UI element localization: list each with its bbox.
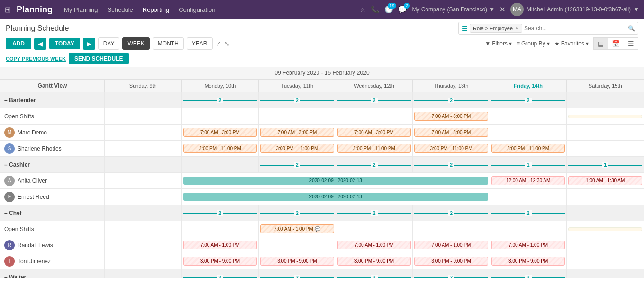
send-schedule-button[interactable]: SEND SCHEDULE — [69, 53, 129, 64]
col-fri: Friday, 14th — [490, 80, 567, 92]
nav-schedule[interactable]: Schedule — [108, 6, 133, 13]
bartender-sharlene-rhodes: S Sharlene Rhodes 3:00 PM - 11:00 PM 3:0… — [0, 141, 644, 157]
toni-avatar: T — [4, 256, 15, 267]
nav-reporting[interactable]: Reporting — [143, 6, 169, 13]
column-headers: Gantt View Sunday, 9th Monday, 10th Tues… — [0, 80, 644, 92]
group-bartender: – Bartender 2 2 2 2 2 — [0, 92, 644, 108]
star-icon[interactable]: ☆ — [360, 5, 366, 14]
month-button[interactable]: MONTH — [153, 37, 184, 50]
randall-avatar: R — [4, 240, 15, 250]
chef-toni-jimenez: T Toni Jimenez 3:00 PM - 9:00 PM 3:00 PM… — [0, 253, 644, 269]
copy-prev-week-button[interactable]: COPY PREVIOUS WEEK — [6, 56, 66, 62]
user-menu[interactable]: MA Mitchell Admin (1263319-13-0-0f3b67-a… — [510, 3, 639, 16]
sharlene-label: Sharlene Rhodes — [18, 145, 62, 152]
clock-icon[interactable]: 🕐 19 — [384, 5, 393, 14]
list-view-btn[interactable]: ☰ — [624, 38, 638, 49]
toolbar: ADD ◀ TODAY ▶ DAY WEEK MONTH YEAR ⤢ ⤡ ▼ … — [0, 35, 644, 53]
phone-icon[interactable]: 📞 — [371, 5, 380, 14]
col-sat: Saturday, 15th — [567, 80, 644, 92]
group-cashier: – Cashier 2 2 2 1 1 — [0, 157, 644, 173]
grid-icon[interactable]: ⊞ — [5, 5, 11, 14]
year-button[interactable]: YEAR — [187, 37, 213, 50]
add-button[interactable]: ADD — [6, 38, 31, 49]
anita-avatar: A — [4, 176, 15, 186]
cashier-anita-oliver: A Anita Oliver 2020-02-09 - 2020-02-13 1… — [0, 173, 644, 189]
user-chevron: ▼ — [634, 6, 639, 13]
top-right-icons: ☆ 📞 🕐 19 💬 2 My Company (San Francisco) … — [360, 3, 639, 16]
randall-label: Randall Lewis — [18, 242, 53, 249]
chat-icon[interactable]: 💬 2 — [398, 5, 407, 14]
clock-badge: 19 — [388, 3, 396, 9]
bartender-open-shifts: Open Shifts 7:00 AM - 3:00 PM — [0, 108, 644, 125]
prev-button[interactable]: ◀ — [34, 38, 46, 50]
search-bar: ☰ Role > Employee ✕ 🔍 — [458, 22, 638, 35]
view-switcher: ▦ 📅 ☰ — [593, 37, 638, 50]
gantt-view-btn[interactable]: ▦ — [594, 38, 608, 49]
chat-badge: 2 — [404, 3, 410, 9]
nav-configuration[interactable]: Configuration — [179, 6, 215, 13]
day-button[interactable]: DAY — [98, 37, 120, 50]
gantt-view-label: Gantt View — [0, 80, 105, 92]
star-fav-icon: ★ — [554, 40, 560, 47]
ernest-label: Ernest Reed — [18, 194, 49, 200]
user-avatar: MA — [510, 3, 524, 16]
group-chef: – Chef 2 2 2 2 2 — [0, 205, 644, 221]
gantt-table: Gantt View Sunday, 9th Monday, 10th Tues… — [0, 79, 644, 278]
bartender-marc-demo: M Marc Demo 7:00 AM - 3:00 PM 7:00 AM - … — [0, 125, 644, 141]
anita-label: Anita Oliver — [18, 178, 47, 184]
filter-tag-text: Role > Employee — [473, 26, 513, 31]
col-thu: Thursday, 13th — [413, 80, 490, 92]
chef-open-shifts: Open Shifts 7:00 AM - 1:00 PM 💬 — [0, 221, 644, 237]
cashier-ernest-reed: E Ernest Reed 2020-02-09 - 2020-02-13 — [0, 189, 644, 205]
search-input[interactable] — [522, 25, 628, 32]
date-range-header: 09 February 2020 - 15 February 2020 — [0, 67, 644, 79]
week-button[interactable]: WEEK — [122, 37, 149, 50]
group-by-icon: ≡ — [517, 40, 520, 47]
nav-links: My Planning Schedule Reporting Configura… — [64, 6, 356, 13]
nav-my-planning[interactable]: My Planning — [64, 6, 98, 13]
user-name: Mitchell Admin (1263319-13-0-0f3b67-all) — [526, 6, 631, 13]
next-button[interactable]: ▶ — [83, 38, 95, 50]
toolbar-row2: COPY PREVIOUS WEEK SEND SCHEDULE — [0, 53, 644, 67]
today-button[interactable]: TODAY — [49, 38, 80, 49]
col-mon: Monday, 10th — [181, 80, 259, 92]
group-by-btn[interactable]: ≡ Group By ▾ — [517, 40, 550, 47]
company-chevron: ▼ — [489, 6, 495, 13]
expand-icon[interactable]: ⤢ — [216, 40, 221, 47]
gantt-container: 09 February 2020 - 15 February 2020 Gant… — [0, 67, 644, 278]
filter-funnel-icon: ▼ — [485, 40, 490, 47]
marc-demo-avatar: M — [4, 127, 15, 138]
top-navigation: ⊞ Planning My Planning Schedule Reportin… — [0, 0, 644, 19]
filter-tag: Role > Employee ✕ — [470, 24, 522, 33]
filter-icon: ☰ — [462, 25, 468, 32]
col-tue: Tuesday, 11th — [259, 80, 336, 92]
ernest-avatar: E — [4, 192, 15, 202]
sharlene-avatar: S — [4, 143, 15, 154]
chef-randall-lewis: R Randall Lewis 7:00 AM - 1:00 PM 7:00 A… — [0, 237, 644, 253]
page-title: Planning Schedule — [6, 24, 69, 33]
calendar-view-btn[interactable]: 📅 — [608, 38, 624, 49]
filters-btn[interactable]: ▼ Filters ▾ — [485, 40, 512, 47]
marc-demo-label: Marc Demo — [18, 129, 47, 136]
favorites-btn[interactable]: ★ Favorites ▾ — [554, 40, 589, 47]
close-icon[interactable]: ✕ — [499, 5, 506, 14]
group-waiter: – Waiter 2 2 2 2 2 — [0, 269, 644, 279]
app-brand: Planning — [17, 5, 53, 15]
filter-tag-remove[interactable]: ✕ — [515, 25, 519, 31]
col-sun: Sunday, 9th — [105, 80, 182, 92]
col-wed: Wednesday, 12th — [336, 80, 413, 92]
company-selector[interactable]: My Company (San Francisco) ▼ — [412, 6, 495, 13]
company-name: My Company (San Francisco) — [412, 6, 487, 13]
shrink-icon[interactable]: ⤡ — [224, 40, 230, 47]
toni-label: Toni Jimenez — [18, 258, 51, 265]
search-icon[interactable]: 🔍 — [628, 25, 635, 32]
